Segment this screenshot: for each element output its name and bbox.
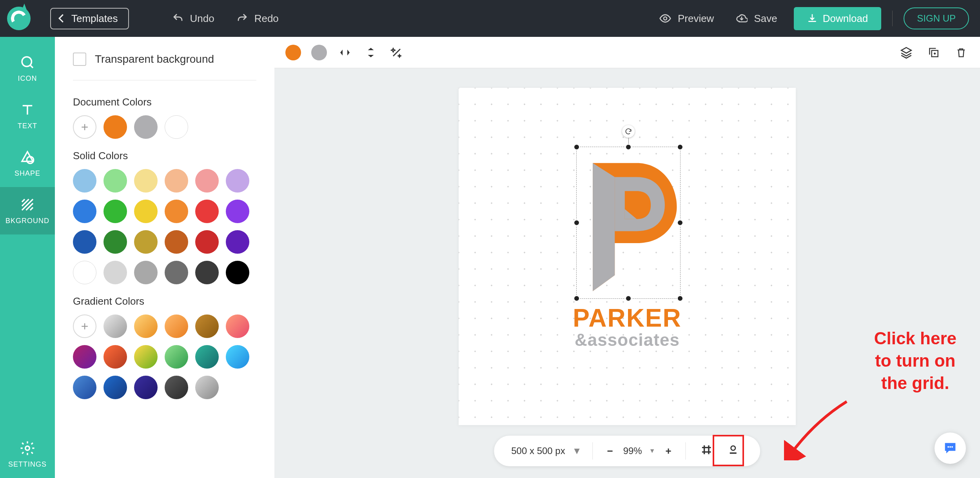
color-swatch[interactable] — [103, 115, 127, 139]
color-swatch[interactable] — [165, 200, 188, 223]
svg-point-1 — [22, 57, 32, 67]
svg-point-7 — [949, 446, 951, 448]
color-swatch[interactable] — [134, 200, 158, 223]
solid-colors-title: Solid Colors — [73, 150, 256, 162]
download-label: Download — [823, 13, 868, 25]
artboard[interactable]: PARKER &associates — [459, 88, 796, 425]
annotation-text: Click here to turn on the grid. — [874, 327, 956, 394]
gradient-swatch[interactable] — [134, 314, 158, 338]
color-swatch[interactable] — [195, 261, 219, 284]
transparent-checkbox[interactable] — [73, 53, 86, 66]
rail-item-background[interactable]: BKGROUND — [0, 187, 55, 234]
layers-button[interactable] — [898, 45, 914, 60]
undo-button[interactable]: Undo — [167, 9, 220, 28]
fill-color-1[interactable] — [285, 45, 301, 60]
download-button[interactable]: Download — [794, 7, 882, 30]
rail-label: BKGROUND — [5, 217, 49, 225]
rail-item-text[interactable]: TEXT — [0, 92, 55, 140]
color-swatch[interactable] — [134, 230, 158, 254]
gradient-swatch[interactable] — [195, 376, 219, 399]
gradient-swatch[interactable] — [195, 314, 219, 338]
canvas-area: PARKER &associates Click here to turn on… — [274, 37, 980, 478]
redo-button[interactable]: Redo — [231, 9, 284, 28]
color-swatch[interactable] — [103, 169, 127, 193]
color-swatch[interactable] — [73, 200, 96, 223]
color-swatch[interactable] — [226, 261, 249, 284]
rotate-handle[interactable] — [622, 125, 635, 138]
color-swatch[interactable] — [165, 230, 188, 254]
selection-box[interactable] — [576, 147, 681, 299]
color-swatch[interactable] — [195, 230, 219, 254]
logo-icon[interactable] — [577, 147, 680, 298]
canvas-size-label: 500 x 500 px — [511, 445, 565, 456]
logo-line1: PARKER — [459, 304, 796, 333]
color-swatch[interactable] — [165, 169, 188, 193]
gradient-swatch[interactable] — [134, 345, 158, 369]
flip-horizontal-button[interactable] — [337, 45, 353, 60]
gradient-swatch[interactable] — [103, 376, 127, 399]
rail-item-shape[interactable]: SHAPE — [0, 140, 55, 187]
color-swatch[interactable] — [165, 261, 188, 284]
gradient-swatch[interactable] — [165, 314, 188, 338]
context-toolbar — [274, 37, 980, 68]
divider — [892, 11, 893, 26]
canvas-size-dropdown[interactable]: 500 x 500 px ▼ — [504, 445, 588, 456]
zoom-label: 99% — [623, 445, 642, 456]
svg-point-0 — [664, 17, 667, 20]
save-label: Save — [754, 13, 777, 25]
doc-colors-row: + — [73, 115, 256, 139]
color-swatch[interactable] — [73, 169, 96, 193]
color-swatch[interactable] — [134, 115, 158, 139]
doc-colors-title: Document Colors — [73, 96, 256, 108]
rail-item-icon[interactable]: ICON — [0, 45, 55, 92]
templates-button[interactable]: Templates — [50, 8, 129, 29]
color-swatch[interactable] — [195, 169, 219, 193]
gradient-swatch[interactable] — [73, 345, 96, 369]
color-swatch[interactable] — [226, 230, 249, 254]
gradient-colors-title: Gradient Colors — [73, 295, 256, 307]
chevron-down-icon[interactable]: ▼ — [649, 447, 655, 454]
gradient-swatch[interactable] — [134, 376, 158, 399]
chevron-down-icon: ▼ — [572, 445, 582, 456]
gradient-swatch[interactable] — [226, 345, 249, 369]
preview-button[interactable]: Preview — [653, 9, 719, 28]
color-swatch[interactable] — [195, 200, 219, 223]
zoom-out-button[interactable]: − — [604, 442, 616, 460]
app-logo[interactable] — [7, 7, 31, 30]
gradient-swatch[interactable] — [165, 376, 188, 399]
color-swatch[interactable] — [103, 230, 127, 254]
annotation-highlight — [713, 435, 744, 466]
color-swatch[interactable] — [134, 261, 158, 284]
color-swatch[interactable] — [226, 169, 249, 193]
save-button[interactable]: Save — [730, 9, 782, 28]
fill-color-2[interactable] — [311, 45, 327, 60]
svg-point-3 — [25, 446, 30, 451]
gradient-swatch[interactable] — [103, 345, 127, 369]
color-swatch[interactable] — [103, 200, 127, 223]
effects-button[interactable] — [389, 45, 405, 60]
color-swatch[interactable] — [73, 230, 96, 254]
rail-label: ICON — [18, 75, 37, 83]
gradient-swatch[interactable] — [103, 314, 127, 338]
gradient-swatch[interactable] — [165, 345, 188, 369]
top-bar: Templates Undo Redo Preview Save Downloa… — [0, 0, 980, 37]
rail-item-settings[interactable]: SETTINGS — [0, 431, 55, 478]
gradient-swatch[interactable] — [195, 345, 219, 369]
color-swatch[interactable] — [134, 169, 158, 193]
zoom-in-button[interactable]: + — [662, 442, 675, 460]
duplicate-button[interactable] — [926, 45, 942, 60]
add-color-button[interactable]: + — [73, 115, 96, 139]
preview-label: Preview — [678, 13, 714, 25]
chat-button[interactable] — [935, 433, 966, 464]
flip-vertical-button[interactable] — [363, 45, 379, 60]
color-swatch[interactable] — [103, 261, 127, 284]
color-swatch[interactable] — [73, 261, 96, 284]
gradient-swatch[interactable] — [73, 376, 96, 399]
delete-button[interactable] — [953, 45, 969, 60]
color-swatch[interactable] — [165, 115, 188, 139]
gradient-swatch[interactable] — [226, 314, 249, 338]
color-swatch[interactable] — [226, 200, 249, 223]
logo-text[interactable]: PARKER &associates — [459, 304, 796, 350]
signup-button[interactable]: SIGN UP — [904, 7, 969, 29]
add-gradient-button[interactable]: + — [73, 314, 96, 338]
